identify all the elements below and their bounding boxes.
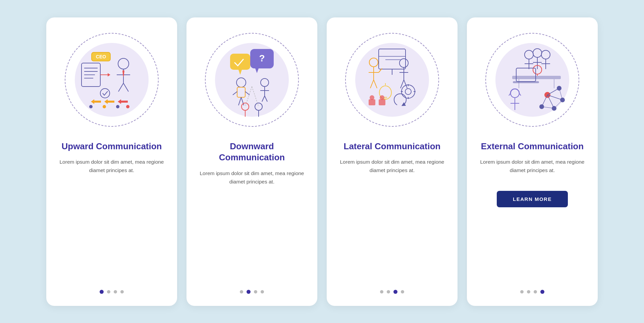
card-downward: ? — [186, 17, 317, 306]
svg-line-38 — [265, 96, 267, 102]
svg-line-59 — [404, 80, 407, 88]
svg-point-76 — [533, 49, 542, 57]
svg-external — [489, 36, 576, 123]
dot-3[interactable] — [534, 290, 537, 293]
illustration-upward: CEO — [61, 30, 162, 130]
card-title-downward: Downward Communication — [197, 141, 307, 164]
svg-upward: CEO — [68, 36, 155, 123]
card-external: External Communication Lorem ipsum dolor… — [467, 17, 598, 306]
svg-line-106 — [554, 100, 562, 108]
svg-rect-29 — [237, 87, 245, 97]
dot-2[interactable] — [247, 290, 251, 294]
svg-text:CEO: CEO — [96, 54, 106, 59]
svg-point-28 — [236, 78, 246, 87]
dots-upward — [100, 290, 124, 294]
svg-point-61 — [405, 89, 411, 95]
dot-3[interactable] — [114, 290, 117, 293]
dot-1[interactable] — [520, 290, 524, 293]
svg-point-9 — [118, 58, 129, 69]
dot-2[interactable] — [387, 290, 390, 293]
svg-marker-14 — [122, 70, 124, 76]
svg-point-55 — [399, 59, 408, 67]
svg-point-49 — [369, 58, 378, 67]
svg-line-93 — [519, 93, 521, 96]
svg-rect-70 — [369, 99, 375, 105]
svg-marker-16 — [91, 99, 101, 104]
svg-point-34 — [261, 78, 269, 87]
cards-container: CEO — [46, 17, 598, 306]
dot-1[interactable] — [240, 290, 243, 293]
svg-line-30 — [238, 97, 241, 105]
card-upward: CEO — [46, 17, 177, 306]
card-body-upward: Lorem ipsum dolor sit dim amet, mea regi… — [57, 158, 166, 175]
svg-point-15 — [100, 89, 110, 98]
dot-4[interactable] — [261, 290, 264, 293]
card-title-lateral: Lateral Communication — [344, 141, 441, 152]
card-title-external: External Communication — [481, 141, 584, 152]
svg-marker-27 — [238, 70, 242, 75]
illustration-external — [482, 30, 583, 130]
svg-rect-26 — [230, 54, 250, 70]
svg-rect-72 — [379, 99, 385, 105]
svg-lateral — [348, 36, 436, 123]
illustration-downward: ? — [202, 30, 302, 130]
svg-line-104 — [542, 95, 547, 107]
dot-3[interactable] — [254, 290, 257, 293]
svg-downward: ? — [208, 36, 296, 123]
svg-line-32 — [233, 92, 237, 95]
svg-rect-84 — [512, 76, 561, 79]
svg-marker-18 — [118, 99, 128, 104]
svg-point-73 — [380, 95, 384, 100]
svg-point-19 — [89, 105, 93, 108]
svg-marker-17 — [104, 99, 114, 104]
dot-4[interactable] — [401, 290, 404, 293]
svg-line-12 — [118, 83, 123, 92]
illustration-lateral — [342, 30, 442, 130]
svg-point-60 — [401, 85, 415, 98]
card-body-downward: Lorem ipsum dolor sit dim amet, mea regi… — [197, 169, 307, 186]
dot-2[interactable] — [527, 290, 530, 293]
dots-downward — [240, 290, 264, 294]
svg-point-77 — [541, 50, 550, 59]
svg-rect-90 — [513, 81, 539, 83]
dot-1[interactable] — [100, 290, 104, 294]
card-body-external: Lorem ipsum dolor sit dim amet, mea regi… — [478, 158, 587, 175]
learn-more-button[interactable]: LEARN MORE — [497, 191, 568, 207]
svg-line-43 — [245, 87, 252, 107]
dots-lateral — [380, 290, 404, 294]
svg-line-105 — [559, 88, 562, 100]
svg-point-22 — [126, 105, 129, 108]
dots-external — [520, 290, 544, 294]
svg-line-92 — [509, 93, 511, 96]
card-body-lateral: Lorem ipsum dolor sit dim amet, mea regi… — [337, 158, 447, 175]
svg-marker-24 — [255, 68, 259, 73]
svg-text:?: ? — [259, 53, 265, 63]
dot-4[interactable] — [540, 290, 544, 294]
dot-1[interactable] — [380, 290, 383, 293]
svg-line-53 — [374, 80, 377, 88]
svg-point-20 — [103, 105, 106, 108]
svg-point-21 — [116, 105, 119, 108]
dot-2[interactable] — [107, 290, 110, 293]
svg-line-52 — [370, 80, 374, 88]
card-title-upward: Upward Communication — [61, 141, 162, 152]
svg-point-71 — [370, 95, 374, 100]
svg-marker-8 — [108, 73, 110, 76]
svg-line-44 — [252, 87, 259, 107]
svg-point-75 — [525, 50, 533, 59]
dot-4[interactable] — [120, 290, 124, 293]
svg-line-101 — [547, 88, 559, 95]
dot-3[interactable] — [393, 290, 397, 294]
card-lateral: Lateral Communication Lorem ipsum dolor … — [327, 17, 458, 306]
svg-line-13 — [123, 83, 128, 92]
svg-line-33 — [245, 92, 250, 95]
svg-line-37 — [262, 96, 265, 102]
